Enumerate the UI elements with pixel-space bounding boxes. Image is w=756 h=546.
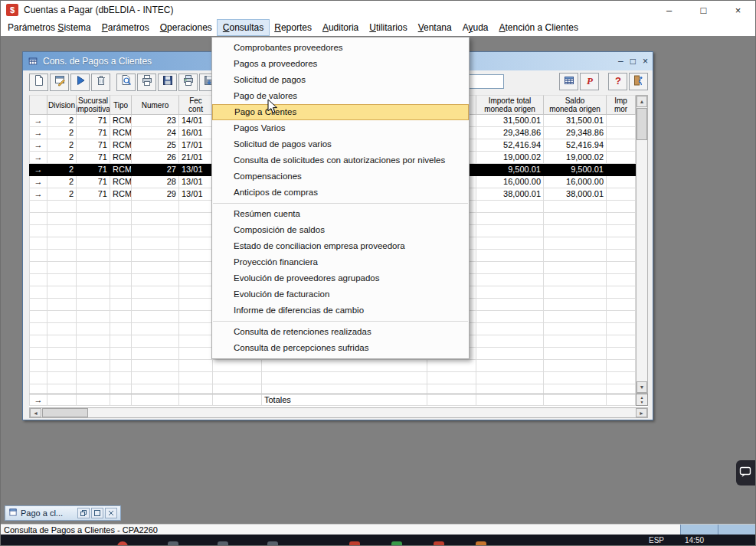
cell-division[interactable]: 2 [47, 115, 77, 127]
menu-item-comprobantes-proveedores[interactable]: Comprobantes proveedores [212, 40, 469, 56]
cell-importe[interactable] [476, 201, 544, 213]
menu-item-evoluci-n-de-facturacion[interactable]: Evolución de facturacion [212, 286, 469, 302]
cell-indicator[interactable]: → [29, 115, 47, 127]
cell-imp[interactable] [607, 372, 636, 384]
cell-tipo[interactable] [110, 262, 132, 274]
vertical-scrollbar[interactable]: ▲ ▼ [636, 95, 648, 394]
cell-division[interactable] [47, 237, 77, 250]
cell-imp[interactable] [607, 139, 636, 152]
cell-division[interactable]: 2 [47, 164, 77, 176]
cell-saldo[interactable] [544, 225, 607, 237]
cell-importe[interactable] [476, 384, 544, 394]
cell-indicator[interactable] [29, 323, 47, 335]
cell-importe[interactable] [476, 311, 544, 323]
cell-numero[interactable]: 24 [132, 127, 179, 139]
cell-importe[interactable] [476, 250, 544, 262]
cell-division[interactable] [47, 348, 77, 360]
minimized-window-pago[interactable]: Pago a cl... [5, 505, 121, 521]
cell-importe[interactable]: 9,500.01 [476, 164, 544, 176]
column-header-tipo[interactable]: Tipo [110, 95, 132, 115]
cell-importe[interactable] [476, 274, 544, 286]
cell-imp[interactable] [607, 384, 636, 394]
cell-tipo[interactable]: RCM [110, 164, 132, 176]
cell-importe[interactable] [476, 237, 544, 250]
taskbar-icon[interactable] [434, 541, 444, 546]
cell-tipo[interactable] [110, 274, 132, 286]
menubar-item-consultas[interactable]: Consultas [218, 20, 269, 35]
cell-sucursal[interactable] [77, 384, 110, 394]
cell-fecha[interactable]: 13/01 [179, 164, 213, 176]
cell-tipo[interactable] [110, 286, 132, 299]
cell-imp[interactable] [607, 225, 636, 237]
cell-imp[interactable] [607, 262, 636, 274]
cell-fecha[interactable] [179, 201, 213, 213]
scroll-down-icon[interactable]: ▼ [637, 381, 647, 393]
cell-indicator[interactable] [29, 201, 47, 213]
close-button[interactable]: × [721, 1, 755, 19]
cell-importe[interactable]: 38,000.01 [476, 188, 544, 201]
cell-saldo[interactable] [544, 335, 607, 348]
cell-importe[interactable] [476, 394, 544, 406]
menu-item-res-men-cuenta[interactable]: Resúmen cuenta [212, 206, 469, 222]
cell-fecha[interactable]: 14/01 [179, 115, 213, 127]
cell-numero[interactable] [132, 299, 179, 311]
column-header-sucursal[interactable]: Sucursal impositiva [77, 95, 110, 115]
cell-importe[interactable] [476, 348, 544, 360]
cell-indicator[interactable] [29, 299, 47, 311]
cell-fecha[interactable] [179, 274, 213, 286]
cell-numero[interactable] [132, 286, 179, 299]
cell-h1[interactable] [213, 372, 262, 384]
cell-sucursal[interactable] [77, 286, 110, 299]
cell-indicator[interactable] [29, 250, 47, 262]
totals-row[interactable]: →Totales [29, 394, 636, 406]
cell-imp[interactable] [607, 394, 636, 406]
cell-saldo[interactable] [544, 274, 607, 286]
cell-sucursal[interactable] [77, 201, 110, 213]
cell-sucursal[interactable] [77, 299, 110, 311]
cell-numero[interactable] [132, 394, 179, 406]
cell-tipo[interactable] [110, 372, 132, 384]
cell-numero[interactable] [132, 250, 179, 262]
taskbar-icon[interactable] [349, 541, 360, 546]
cell-division[interactable] [47, 225, 77, 237]
cell-tipo[interactable]: RCM [110, 127, 132, 139]
cell-sucursal[interactable] [77, 262, 110, 274]
menu-item-compensaciones[interactable]: Compensaciones [212, 168, 469, 185]
menu-item-pagos-a-proveedores[interactable]: Pagos a proveedores [212, 56, 469, 72]
cell-numero[interactable] [132, 360, 179, 372]
cell-division[interactable] [47, 384, 77, 394]
column-header-fecha[interactable]: Fec cont [179, 95, 213, 115]
menu-item-estado-de-conciliacion-empresa-proveedora[interactable]: Estado de conciliacion empresa proveedor… [212, 238, 469, 254]
cell-numero[interactable]: 23 [132, 115, 179, 127]
menu-item-anticipos-de-compras[interactable]: Anticipos de compras [212, 185, 469, 201]
cell-fecha[interactable]: 16/01 [179, 127, 213, 139]
menu-item-pago-a-clientes[interactable]: Pago a Clientes [212, 104, 469, 120]
child-minimize-button[interactable]: – [618, 57, 623, 66]
cell-tipo[interactable] [110, 225, 132, 237]
cell-importe[interactable] [476, 213, 544, 225]
cell-numero[interactable]: 28 [132, 176, 179, 188]
vscroll-thumb[interactable] [637, 108, 647, 140]
cell-indicator[interactable] [29, 311, 47, 323]
cell-tipo[interactable] [110, 237, 132, 250]
cell-imp[interactable] [607, 188, 636, 201]
cell-h1[interactable] [213, 360, 262, 372]
cell-importe[interactable] [476, 360, 544, 372]
menu-item-solicitud-de-pagos-varios[interactable]: Solicitud de pagos varios [212, 136, 469, 152]
horizontal-scrollbar[interactable]: ◄ ► [29, 407, 648, 418]
cell-numero[interactable] [132, 348, 179, 360]
column-header-division[interactable]: Division [47, 95, 77, 115]
cell-sucursal[interactable]: 71 [77, 152, 110, 164]
column-header-numero[interactable]: Numero [132, 95, 179, 115]
cell-fecha[interactable] [179, 250, 213, 262]
scroll-left-icon[interactable]: ◄ [30, 408, 41, 417]
cell-importe[interactable]: 31,500.01 [476, 115, 544, 127]
cell-h2[interactable]: Totales [262, 394, 427, 406]
cell-fecha[interactable] [179, 299, 213, 311]
cell-indicator[interactable] [29, 360, 47, 372]
cell-tipo[interactable] [110, 323, 132, 335]
cell-importe[interactable]: 29,348.86 [476, 127, 544, 139]
cell-indicator[interactable] [29, 286, 47, 299]
grid-row[interactable] [29, 384, 636, 394]
cell-numero[interactable] [132, 384, 179, 394]
